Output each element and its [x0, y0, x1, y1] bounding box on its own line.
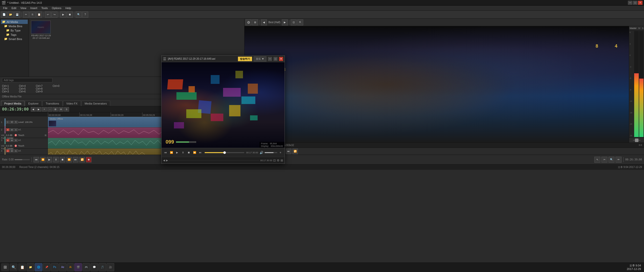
tb-zoom-in[interactable]: 🔍: [76, 12, 82, 18]
tb-open[interactable]: 📂: [8, 12, 14, 18]
tb-undo[interactable]: ↩: [45, 12, 51, 18]
tool-zoom[interactable]: 🔍: [608, 157, 615, 163]
track-3-clip[interactable]: [48, 138, 175, 148]
tb-save[interactable]: 💾: [14, 12, 20, 18]
track-4-solo[interactable]: S: [14, 149, 18, 152]
tab-media-generators[interactable]: Media Generators: [81, 101, 110, 106]
transport-record[interactable]: ⏺: [86, 157, 91, 162]
tool-select[interactable]: ↖: [594, 157, 600, 163]
taskbar-game-app[interactable]: 🎮: [82, 263, 90, 271]
tab-video-fx[interactable]: Video FX: [63, 101, 81, 106]
minimize-button[interactable]: ─: [628, 1, 632, 5]
track-4-rec[interactable]: ●: [6, 149, 10, 152]
fp-settings-btn[interactable]: ⚙: [277, 159, 280, 162]
taskbar-chrome[interactable]: 🌐: [35, 263, 42, 271]
menu-file[interactable]: File: [1, 6, 10, 11]
tab-project-media[interactable]: Project Media: [1, 101, 24, 106]
track-2-mute[interactable]: M: [10, 128, 14, 131]
fp-play-back[interactable]: ⏪: [169, 150, 174, 155]
preview-full[interactable]: ⊡: [291, 19, 297, 25]
master-m-btn[interactable]: M: [638, 27, 640, 29]
tree-all-media[interactable]: 📁 All Media: [1, 20, 28, 24]
track-2-rec[interactable]: ●: [6, 128, 10, 131]
maximize-button[interactable]: □: [633, 1, 637, 5]
tag-input[interactable]: [2, 78, 52, 82]
fp-progress-bar[interactable]: [205, 152, 244, 153]
menu-help[interactable]: Help: [63, 6, 73, 11]
tree-media-bins[interactable]: 📁 Media Bins: [1, 24, 28, 28]
preview-snap[interactable]: ⊞: [252, 19, 258, 25]
transport-step-back[interactable]: ⏪: [40, 157, 46, 162]
transport-loop[interactable]: 🔁: [79, 157, 85, 162]
fp-menu-icon[interactable]: ☰: [163, 57, 166, 61]
tree-smart-bins[interactable]: 📁 Smart Bins: [1, 37, 28, 41]
track-height-increase[interactable]: ▶: [36, 107, 41, 112]
track-height-decrease[interactable]: ◀: [31, 107, 36, 112]
fp-next-frame[interactable]: ▶: [166, 159, 168, 162]
rate-slider[interactable]: [15, 159, 30, 160]
taskbar-media[interactable]: 🎥: [107, 263, 114, 271]
fp-maximize-btn[interactable]: □: [273, 57, 278, 61]
tab-explorer[interactable]: Explorer: [25, 101, 42, 106]
preview-quality-left[interactable]: ◀: [261, 19, 267, 25]
tool-edit[interactable]: ✏: [616, 157, 622, 163]
tb-copy[interactable]: ⎘: [29, 12, 36, 18]
taskbar-task-view[interactable]: 📋: [18, 263, 26, 271]
fp-stop[interactable]: ⏹: [186, 150, 191, 155]
tb-new[interactable]: 📄: [1, 12, 7, 18]
taskbar-start[interactable]: ⊞: [1, 263, 9, 271]
tab-transitions[interactable]: Transitions: [42, 101, 62, 106]
track-2-solo[interactable]: S: [14, 128, 18, 131]
media-item-fear2[interactable]: FEAR2 FEAR2 2017-12-29 20-17-16-649.avi: [31, 21, 51, 39]
tb-redo[interactable]: ↪: [51, 12, 57, 18]
tree-by-type[interactable]: 📁 By Type: [1, 28, 28, 32]
track-1-expand[interactable]: ▷: [6, 121, 10, 124]
transport-step-fwd[interactable]: ⏩: [66, 157, 72, 162]
tree-tags[interactable]: 📁 Tags: [1, 32, 28, 37]
fp-grid-btn[interactable]: ⊞: [281, 159, 283, 162]
tb-render[interactable]: ▶: [60, 12, 66, 18]
taskbar-search[interactable]: 🔍: [10, 263, 18, 271]
snap-btn[interactable]: ⊞: [53, 107, 58, 112]
track-1-solo[interactable]: S: [14, 121, 18, 124]
taskbar-illustrator[interactable]: Ai: [67, 263, 74, 271]
fp-minimize-btn[interactable]: ─: [268, 57, 272, 61]
close-button[interactable]: ✕: [638, 1, 642, 5]
transport-to-start[interactable]: ⏮: [34, 157, 39, 162]
fp-to-start[interactable]: ⏮: [163, 150, 168, 155]
transport-stop[interactable]: ⏹: [60, 157, 65, 162]
fp-volume-btn[interactable]: 🔊: [259, 150, 264, 155]
fp-volume-slider[interactable]: [265, 152, 277, 153]
track-3-mute[interactable]: M: [10, 139, 14, 142]
tb-paste[interactable]: 📋: [36, 12, 42, 18]
tool-cut[interactable]: ✂: [601, 157, 607, 163]
tb-cut[interactable]: ✂: [23, 12, 29, 18]
fp-prev-frame[interactable]: ◀: [163, 159, 165, 162]
fp-close-btn[interactable]: ✕: [279, 57, 283, 61]
track-1-clip[interactable]: Media Offline: [48, 117, 175, 127]
prev-to-end[interactable]: ⏭: [286, 149, 291, 154]
transport-pause[interactable]: ⏸: [53, 157, 59, 162]
fader-thumb[interactable]: [635, 139, 638, 142]
fp-mode-button[interactable]: 모드 ▼: [254, 56, 266, 61]
fp-fullscreen-btn[interactable]: ⊡: [273, 159, 276, 162]
preview-settings[interactable]: ⚙: [246, 19, 252, 25]
fp-to-end[interactable]: ⏭: [198, 150, 203, 155]
menu-view[interactable]: View: [18, 6, 28, 11]
master-fader[interactable]: [629, 138, 644, 143]
master-s-btn[interactable]: S: [642, 27, 643, 29]
preview-ext[interactable]: ⇱: [297, 19, 303, 25]
mute-btn[interactable]: S: [64, 107, 69, 112]
track-1-mute[interactable]: M: [10, 121, 14, 124]
fp-broadcast-button[interactable]: 방송하기: [238, 57, 252, 61]
track-4-clip[interactable]: [48, 149, 175, 155]
lock-btn[interactable]: M: [58, 107, 64, 112]
track-4-mute[interactable]: M: [10, 149, 14, 152]
zoom-out-btn[interactable]: -: [47, 107, 52, 112]
fp-progress-thumb[interactable]: [223, 151, 226, 154]
tb-help[interactable]: ?: [82, 12, 88, 18]
taskbar-music[interactable]: 🎵: [99, 263, 106, 271]
fp-pause[interactable]: ⏸: [180, 150, 186, 155]
fp-play-fwd[interactable]: ⏩: [192, 150, 197, 155]
fp-list-btn[interactable]: ≡: [278, 150, 283, 155]
